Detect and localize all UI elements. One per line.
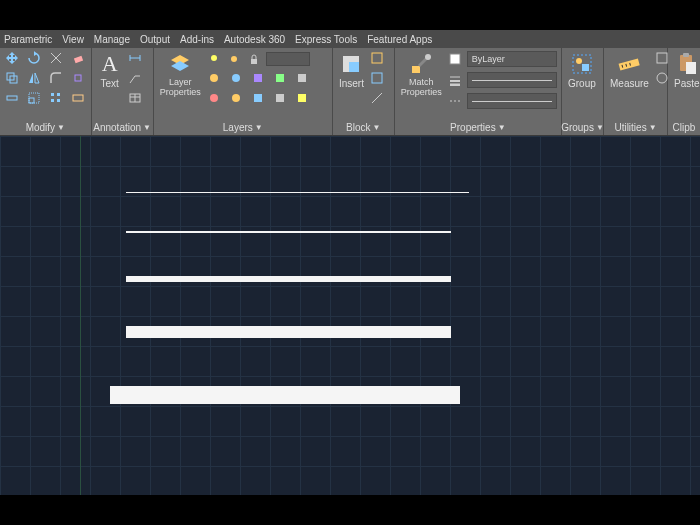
guide-line <box>80 136 81 495</box>
svg-rect-35 <box>372 53 382 63</box>
panel-clipboard-label[interactable]: Clipb <box>672 119 696 135</box>
match-properties-icon <box>409 52 433 76</box>
color-dropdown[interactable]: ByLayer <box>467 51 557 67</box>
create-block-icon[interactable] <box>369 50 385 66</box>
panel-layers-label[interactable]: Layers▼ <box>158 119 328 135</box>
svg-point-24 <box>232 74 240 82</box>
svg-rect-9 <box>51 93 54 96</box>
trim-icon[interactable] <box>48 50 64 66</box>
menu-parametric[interactable]: Parametric <box>4 34 52 45</box>
dimension-icon[interactable] <box>127 50 143 66</box>
insert-icon <box>339 52 363 76</box>
panel-block-label[interactable]: Block▼ <box>337 119 390 135</box>
svg-point-38 <box>425 54 431 60</box>
stretch-icon[interactable] <box>4 90 20 106</box>
menu-featured-apps[interactable]: Featured Apps <box>367 34 432 45</box>
explode-icon[interactable] <box>70 70 86 86</box>
panel-block: Insert Block▼ <box>333 48 395 135</box>
group-icon <box>570 52 594 76</box>
drawing-canvas[interactable] <box>0 136 700 495</box>
erase-icon[interactable] <box>70 50 86 66</box>
panel-modify: Modify▼ <box>0 48 92 135</box>
layer-properties-button[interactable]: Layer Properties <box>158 50 203 100</box>
measure-icon <box>617 52 641 76</box>
panel-groups-label[interactable]: Groups▼ <box>566 119 599 135</box>
layer-tool-icon[interactable] <box>250 70 266 86</box>
text-icon: A <box>98 52 122 76</box>
svg-rect-31 <box>276 94 284 102</box>
svg-point-45 <box>576 58 582 64</box>
panel-annotation: A Text Annotation▼ <box>92 48 154 135</box>
fillet-icon[interactable] <box>48 70 64 86</box>
copy-icon[interactable] <box>4 70 20 86</box>
match-properties-button[interactable]: Match Properties <box>399 50 444 100</box>
layer-tool-icon[interactable] <box>294 70 310 86</box>
drawn-line-4 <box>126 326 451 338</box>
linetype-icon <box>447 93 463 109</box>
group-button[interactable]: Group <box>566 50 598 91</box>
insert-button[interactable]: Insert <box>337 50 366 91</box>
drawn-line-2 <box>126 231 451 233</box>
scale-icon[interactable] <box>26 90 42 106</box>
text-label: Text <box>100 78 118 89</box>
lineweight-dropdown[interactable] <box>467 72 557 88</box>
measure-button[interactable]: Measure <box>608 50 651 91</box>
insert-label: Insert <box>339 78 364 89</box>
svg-rect-34 <box>349 62 359 72</box>
svg-rect-13 <box>73 95 83 101</box>
move-icon[interactable] <box>4 50 20 66</box>
edit-block-icon[interactable] <box>369 70 385 86</box>
layer-props-label: Layer Properties <box>160 78 201 98</box>
svg-point-28 <box>210 94 218 102</box>
panel-clipboard: Paste Clipb <box>668 48 700 135</box>
menu-view[interactable]: View <box>62 34 84 45</box>
layer-tool-icon[interactable] <box>272 70 288 86</box>
menu-addins[interactable]: Add-ins <box>180 34 214 45</box>
svg-rect-32 <box>298 94 306 102</box>
color-icon <box>447 51 463 67</box>
panel-properties: Match Properties ByLayer <box>395 48 562 135</box>
svg-rect-27 <box>298 74 306 82</box>
sun-icon <box>226 51 242 67</box>
table-icon[interactable] <box>127 90 143 106</box>
rotate-icon[interactable] <box>26 50 42 66</box>
svg-rect-2 <box>74 56 83 63</box>
menu-express-tools[interactable]: Express Tools <box>295 34 357 45</box>
svg-rect-37 <box>412 66 420 73</box>
layer-tool-icon[interactable] <box>294 90 310 106</box>
panel-annotation-label[interactable]: Annotation▼ <box>96 119 149 135</box>
svg-rect-51 <box>657 53 667 63</box>
menu-autodesk360[interactable]: Autodesk 360 <box>224 34 285 45</box>
paste-button[interactable]: Paste <box>672 50 700 91</box>
linetype-dropdown[interactable] <box>467 93 557 109</box>
layer-tool-icon[interactable] <box>250 90 266 106</box>
svg-rect-6 <box>7 96 17 100</box>
panel-modify-label[interactable]: Modify▼ <box>4 119 87 135</box>
grid <box>0 136 700 495</box>
offset-icon[interactable] <box>70 90 86 106</box>
text-button[interactable]: A Text <box>96 50 124 91</box>
panel-properties-label[interactable]: Properties▼ <box>399 119 557 135</box>
menu-bar: Parametric View Manage Output Add-ins Au… <box>0 30 700 48</box>
layer-tool-icon[interactable] <box>228 90 244 106</box>
layer-tool-icon[interactable] <box>206 70 222 86</box>
svg-rect-10 <box>57 93 60 96</box>
layer-dropdown[interactable] <box>206 50 310 68</box>
edit-attr-icon[interactable] <box>369 90 385 106</box>
panel-utilities-label[interactable]: Utilities▼ <box>608 119 663 135</box>
mirror-icon[interactable] <box>26 70 42 86</box>
svg-rect-47 <box>619 59 640 71</box>
svg-rect-7 <box>29 98 34 103</box>
svg-point-23 <box>210 74 218 82</box>
menu-manage[interactable]: Manage <box>94 34 130 45</box>
svg-point-29 <box>232 94 240 102</box>
leader-icon[interactable] <box>127 70 143 86</box>
array-icon[interactable] <box>48 90 64 106</box>
layer-tool-icon[interactable] <box>272 90 288 106</box>
drawn-line-3 <box>126 276 451 282</box>
paste-icon <box>675 52 699 76</box>
svg-rect-5 <box>75 75 81 81</box>
layer-tool-icon[interactable] <box>228 70 244 86</box>
layer-tool-icon[interactable] <box>206 90 222 106</box>
menu-output[interactable]: Output <box>140 34 170 45</box>
